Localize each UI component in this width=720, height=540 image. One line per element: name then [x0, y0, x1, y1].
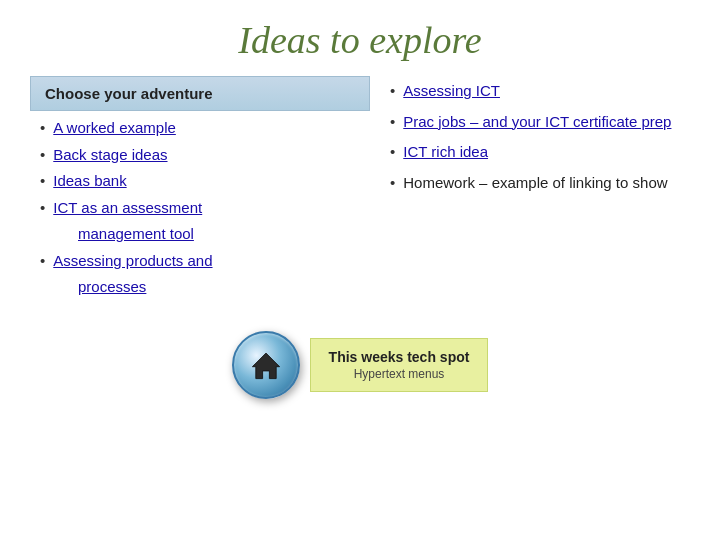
assessing-ict-link[interactable]: Assessing ICT [403, 80, 500, 103]
processes-link[interactable]: processes [40, 276, 370, 299]
assessing-products-link[interactable]: Assessing products and [53, 250, 212, 273]
main-content: Choose your adventure • A worked example… [0, 76, 720, 303]
list-item: • Back stage ideas [40, 144, 370, 167]
bullet-icon: • [40, 144, 45, 167]
list-item: • Prac jobs – and your ICT certificate p… [390, 111, 690, 134]
list-item: • Ideas bank [40, 170, 370, 193]
bottom-section: This weeks tech spot Hypertext menus [0, 331, 720, 399]
ict-rich-idea-link[interactable]: ICT rich idea [403, 141, 488, 164]
bullet-icon: • [40, 197, 45, 220]
home-button[interactable] [232, 331, 300, 399]
svg-marker-0 [252, 353, 279, 379]
management-tool-link[interactable]: management tool [40, 223, 370, 246]
choose-header: Choose your adventure [30, 76, 370, 111]
prac-jobs-link[interactable]: Prac jobs – and your ICT certificate pre… [403, 111, 671, 132]
bullet-icon: • [40, 117, 45, 140]
left-list: • A worked example • Back stage ideas • … [30, 117, 370, 299]
tech-spot-subtitle: Hypertext menus [329, 367, 470, 381]
list-item: • ICT rich idea [390, 141, 690, 164]
ict-assessment-link[interactable]: ICT as an assessment [53, 197, 202, 220]
bullet-icon: • [390, 111, 395, 134]
back-stage-ideas-link[interactable]: Back stage ideas [53, 144, 167, 167]
page-title: Ideas to explore [0, 0, 720, 76]
tech-spot-title: This weeks tech spot [329, 349, 470, 365]
list-item: • A worked example [40, 117, 370, 140]
list-item: • ICT as an assessment [40, 197, 370, 220]
bullet-icon: • [390, 172, 395, 195]
home-icon [249, 348, 283, 382]
bullet-icon: • [390, 80, 395, 103]
list-item: • Homework – example of linking to show [390, 172, 690, 195]
bullet-icon: • [40, 170, 45, 193]
homework-text: Homework – example of linking to show [403, 172, 667, 193]
right-panel: • Assessing ICT • Prac jobs – and your I… [390, 76, 690, 303]
list-item: • Assessing ICT [390, 80, 690, 103]
bullet-icon: • [40, 250, 45, 273]
bullet-icon: • [390, 141, 395, 164]
left-panel: Choose your adventure • A worked example… [30, 76, 370, 303]
list-item: • Assessing products and [40, 250, 370, 273]
right-list: • Assessing ICT • Prac jobs – and your I… [390, 80, 690, 194]
a-worked-example-link[interactable]: A worked example [53, 117, 176, 140]
ideas-bank-link[interactable]: Ideas bank [53, 170, 126, 193]
tech-spot-box: This weeks tech spot Hypertext menus [310, 338, 489, 392]
